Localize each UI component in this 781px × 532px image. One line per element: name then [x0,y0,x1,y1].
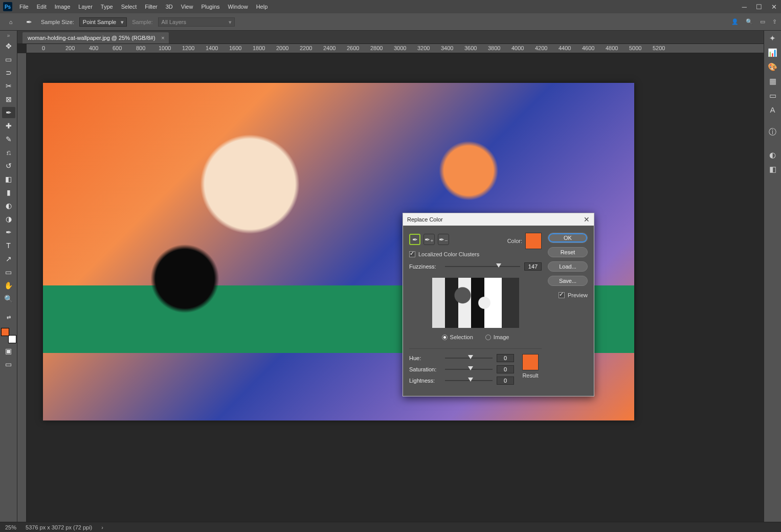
selection-radio-label: Selection [450,334,473,340]
menu-bar: File Edit Image Layer Type Select Filter… [15,2,272,12]
localized-clusters-checkbox[interactable] [409,251,415,257]
right-panel-dock: ✦ 📊 🎨 ▦ ▭ A ⓘ ◐ ◧ [764,31,781,522]
eyedropper-tool[interactable]: ✒ [2,107,15,118]
minimize-button[interactable]: ─ [741,2,748,12]
gradient-tool[interactable]: ▮ [2,187,15,198]
home-button[interactable]: ⌂ [4,15,17,29]
adjustments-icon[interactable]: ◐ [769,150,776,160]
document-dims: 5376 px x 3072 px (72 ppi) [26,524,92,530]
menu-type[interactable]: Type [97,2,117,12]
sample-size-select[interactable]: Point Sample [79,17,127,27]
preview-label: Preview [568,292,588,298]
swatches-icon[interactable]: ▦ [769,77,776,86]
replace-color-dialog: Replace Color ✕ ✒ ✒₊ ✒₋ Color: Localized… [403,213,594,396]
histogram-icon[interactable]: 📊 [768,48,777,57]
shape-tool[interactable]: ▭ [2,267,15,278]
menu-layer[interactable]: Layer [74,2,97,12]
search-icon[interactable]: 🔍 [746,18,753,25]
move-tool[interactable]: ✥ [2,40,15,52]
save-button[interactable]: Save... [548,276,588,286]
ok-button[interactable]: OK [548,233,588,243]
maximize-button[interactable]: ☐ [755,2,763,12]
localized-clusters-label: Localized Color Clusters [418,251,479,257]
result-swatch[interactable] [522,354,539,370]
eyedropper-icon[interactable]: ✒ [409,234,420,245]
marquee-tool[interactable]: ▭ [2,54,15,65]
menu-window[interactable]: Window [224,2,252,12]
canvas-viewport[interactable]: Replace Color ✕ ✒ ✒₊ ✒₋ Color: Localized… [27,53,764,522]
saturation-value[interactable]: 0 [497,365,514,373]
fuzziness-slider[interactable] [445,263,520,270]
brush-tool[interactable]: ✎ [2,134,15,145]
layers-icon[interactable]: ◧ [769,165,776,174]
zoom-level[interactable]: 25% [5,524,16,530]
menu-file[interactable]: File [15,2,33,12]
lightness-value[interactable]: 0 [497,376,514,385]
close-button[interactable]: ✕ [770,2,778,12]
eraser-tool[interactable]: ◧ [2,173,15,185]
crop-tool[interactable]: ✂ [2,80,15,92]
path-tool[interactable]: ↗ [2,253,15,264]
current-tool-icon[interactable]: ✒ [23,16,36,28]
menu-plugins[interactable]: Plugins [197,2,224,12]
learn-icon[interactable]: ✦ [769,34,776,43]
vertical-ruler [17,53,27,522]
stamp-tool[interactable]: ⎌ [2,147,15,158]
cloud-icon[interactable]: 👤 [731,18,739,25]
menu-filter[interactable]: Filter [141,2,161,12]
dialog-close-icon[interactable]: ✕ [584,215,590,224]
load-button[interactable]: Load... [548,261,588,272]
history-brush-tool[interactable]: ↺ [2,160,15,171]
lightness-label: Lightness: [409,378,441,384]
lasso-tool[interactable]: ⊃ [2,67,15,78]
hand-tool[interactable]: ✋ [2,280,15,291]
type-tool[interactable]: T [2,240,15,251]
document-tab[interactable]: woman-holding-cat-wallpaper.jpg @ 25% (R… [23,32,169,43]
frame-tool[interactable]: ⊠ [2,94,15,105]
zoom-tool[interactable]: 🔍 [2,293,15,304]
image-radio-label: Image [494,334,509,340]
dodge-tool[interactable]: ◑ [2,213,15,225]
screenmode-tool[interactable]: ▭ [2,359,15,370]
dialog-title: Replace Color [407,216,443,223]
workspace-icon[interactable]: ▭ [760,18,765,25]
menu-image[interactable]: Image [51,2,75,12]
info-icon[interactable]: ⓘ [769,127,776,137]
color-swatch[interactable] [525,233,542,249]
tab-close-icon[interactable]: × [161,35,164,41]
menu-3d[interactable]: 3D [162,2,177,12]
dialog-titlebar[interactable]: Replace Color ✕ [403,213,594,226]
selection-radio[interactable] [442,335,448,340]
fuzziness-value[interactable]: 147 [524,262,542,271]
saturation-slider[interactable] [445,366,493,373]
swap-colors-icon[interactable]: ⇄ [2,312,15,323]
libraries-icon[interactable]: ▭ [769,91,776,100]
menu-view[interactable]: View [177,2,197,12]
document-area: woman-holding-cat-wallpaper.jpg @ 25% (R… [17,31,764,522]
eyedropper-add-icon[interactable]: ✒₊ [423,234,435,245]
document-tab-title: woman-holding-cat-wallpaper.jpg @ 25% (R… [28,35,155,41]
color-label: Color: [507,238,522,244]
image-radio[interactable] [485,335,491,340]
menu-select[interactable]: Select [117,2,141,12]
eyedropper-subtract-icon[interactable]: ✒₋ [438,234,449,245]
share-icon[interactable]: ⇪ [772,18,777,25]
menu-help[interactable]: Help [252,2,272,12]
quickmask-tool[interactable]: ▣ [2,345,15,357]
lightness-slider[interactable] [445,377,493,384]
pen-tool[interactable]: ✒ [2,227,15,238]
saturation-label: Saturation: [409,366,441,372]
color-icon[interactable]: 🎨 [768,62,777,72]
menu-edit[interactable]: Edit [33,2,51,12]
document-tab-bar: woman-holding-cat-wallpaper.jpg @ 25% (R… [17,31,764,44]
character-icon[interactable]: A [770,105,775,114]
preview-checkbox[interactable] [559,292,565,298]
blur-tool[interactable]: ◐ [2,200,15,211]
hue-value[interactable]: 0 [497,354,514,362]
fg-bg-colors[interactable] [1,328,16,343]
app-logo: Ps [3,2,12,11]
reset-button[interactable]: Reset [548,247,588,257]
status-chevron-icon[interactable]: › [101,524,103,530]
hue-slider[interactable] [445,354,493,362]
heal-tool[interactable]: ✚ [2,120,15,131]
